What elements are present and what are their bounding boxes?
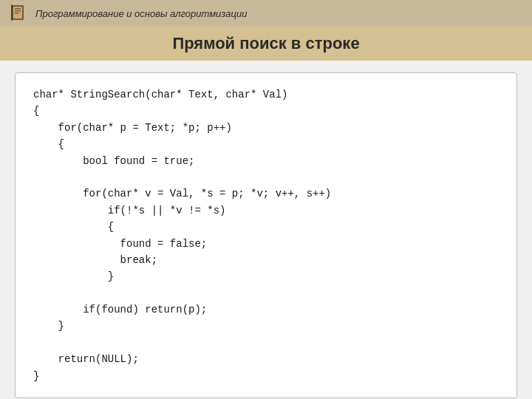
svg-rect-3	[15, 10, 21, 12]
code-block: char* StringSearch(char* Text, char* Val…	[15, 72, 517, 398]
header-bar: Программирование и основы алгоритмизации	[0, 0, 532, 27]
svg-rect-2	[15, 8, 21, 10]
book-icon	[9, 3, 30, 24]
svg-rect-4	[15, 13, 18, 14]
slide-title-bar: Прямой поиск в строке	[0, 27, 532, 61]
header-title: Программирование и основы алгоритмизации	[35, 8, 247, 19]
slide-title: Прямой поиск в строке	[172, 34, 359, 52]
svg-rect-5	[11, 4, 13, 21]
content-area: char* StringSearch(char* Text, char* Val…	[0, 61, 532, 399]
slide: Программирование и основы алгоритмизации…	[0, 0, 532, 399]
